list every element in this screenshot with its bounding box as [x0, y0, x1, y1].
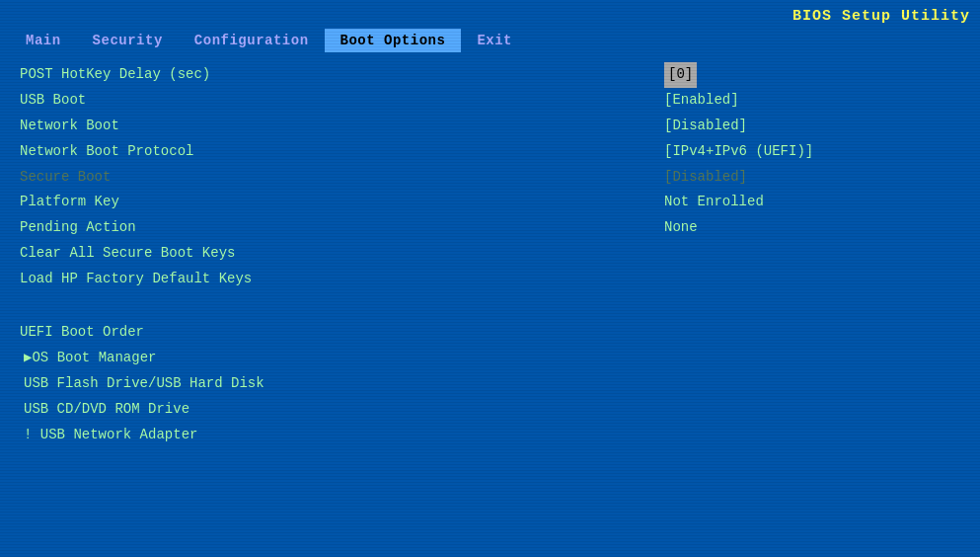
bios-title: BIOS Setup Utility [792, 8, 970, 25]
item-secure-boot: Secure Boot [20, 165, 644, 191]
value-network-boot[interactable]: [Disabled] [664, 114, 960, 139]
tab-exit[interactable]: Exit [461, 29, 528, 52]
item-usb-network-adapter[interactable]: ! USB Network Adapter [20, 423, 644, 448]
item-os-boot-manager[interactable]: ▶OS Boot Manager [20, 346, 644, 371]
item-pending-action[interactable]: Pending Action [20, 215, 644, 241]
item-network-boot[interactable]: Network Boot [20, 114, 644, 139]
item-usb-flash-drive[interactable]: USB Flash Drive/USB Hard Disk [20, 371, 644, 397]
item-network-boot-protocol[interactable]: Network Boot Protocol [20, 139, 644, 165]
item-clear-secure-boot[interactable]: Clear All Secure Boot Keys [20, 241, 644, 267]
tab-security[interactable]: Security [77, 29, 179, 52]
value-secure-boot: [Disabled] [664, 165, 960, 191]
item-post-hotkey[interactable]: POST HotKey Delay (sec) [20, 62, 644, 88]
tab-configuration[interactable]: Configuration [179, 29, 325, 52]
value-pending-action[interactable]: None [664, 215, 960, 241]
right-panel: [0] [Enabled] [Disabled] [IPv4+IPv6 (UEF… [664, 62, 960, 447]
tab-main[interactable]: Main [10, 29, 77, 52]
header: BIOS Setup Utility Main Security Configu… [0, 0, 980, 52]
item-usb-cd-dvd[interactable]: USB CD/DVD ROM Drive [20, 397, 644, 423]
spacer [20, 292, 644, 310]
value-post-hotkey[interactable]: [0] [664, 62, 697, 88]
item-usb-boot[interactable]: USB Boot [20, 88, 644, 114]
left-panel: POST HotKey Delay (sec) USB Boot Network… [20, 62, 644, 447]
value-usb-boot[interactable]: [Enabled] [664, 88, 960, 114]
value-network-boot-protocol[interactable]: [IPv4+IPv6 (UEFI)] [664, 139, 960, 165]
tab-boot-options[interactable]: Boot Options [325, 29, 462, 52]
menu-tabs: Main Security Configuration Boot Options… [0, 27, 980, 52]
item-platform-key[interactable]: Platform Key [20, 190, 644, 215]
item-uefi-boot-order: UEFI Boot Order [20, 320, 644, 346]
bios-screen: BIOS Setup Utility Main Security Configu… [0, 0, 980, 557]
content-area: POST HotKey Delay (sec) USB Boot Network… [0, 52, 980, 457]
bios-title-bar: BIOS Setup Utility [0, 0, 980, 27]
item-load-hp-keys[interactable]: Load HP Factory Default Keys [20, 267, 644, 292]
value-platform-key[interactable]: Not Enrolled [664, 190, 960, 215]
